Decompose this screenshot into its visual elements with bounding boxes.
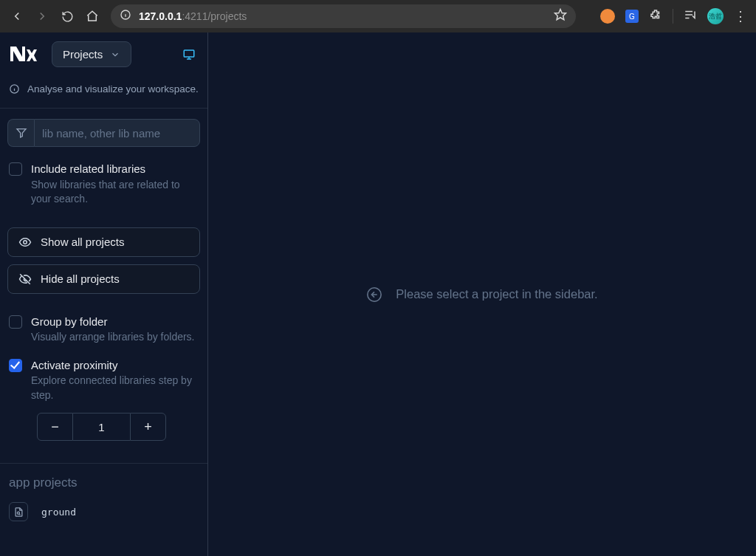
svg-point-15 [17,512,19,514]
option-group-by-folder[interactable]: Group by folder Visually arrange librari… [7,294,200,345]
checkbox-include-related[interactable] [9,162,22,176]
option-desc: Explore connected libraries step by step… [31,374,199,402]
chevron-down-icon [110,49,120,60]
project-name: ground [41,507,76,518]
browser-menu-icon[interactable]: ⋮ [734,8,747,24]
separator [673,9,673,24]
extensions-icon[interactable] [649,8,662,24]
site-info-icon[interactable] [120,9,131,24]
svg-line-16 [19,514,20,515]
sidebar-headline: Analyse and visualize your workspace. [0,78,207,109]
browser-chrome: 127.0.0.1:4211/projects G 浩哲 ⋮ [0,0,756,32]
display-mode-icon[interactable] [179,45,199,64]
sidebar-headline-text: Analyse and visualize your workspace. [27,83,199,95]
profile-avatar[interactable]: 浩哲 [707,8,724,24]
checkbox-group-by-folder[interactable] [9,315,22,329]
option-title: Activate proximity [31,358,199,373]
show-all-button[interactable]: Show all projects [7,227,200,257]
projects-selector[interactable]: Projects [52,41,131,67]
info-icon [9,83,20,95]
filter-row [7,119,200,147]
hide-all-label: Hide all projects [41,272,120,285]
eye-off-icon [18,272,32,286]
section-title-app-projects: app projects [7,464,200,499]
sidebar-header: Projects [0,32,207,78]
sidebar: Projects Analyse and visualize your work… [0,32,208,556]
home-icon[interactable] [86,10,99,23]
option-include-related[interactable]: Include related libraries Show libraries… [7,147,200,207]
bookmark-star-icon[interactable] [554,8,567,24]
filter-input[interactable] [34,119,200,147]
project-visibility-actions: Show all projects Hide all projects [7,227,200,294]
arrow-left-circle-icon [366,286,382,303]
forward-icon[interactable] [35,10,49,23]
browser-nav [6,10,103,23]
hide-all-button[interactable]: Hide all projects [7,264,200,294]
projects-selector-label: Projects [63,48,103,61]
show-all-label: Show all projects [41,236,124,248]
svg-marker-3 [555,10,566,20]
address-text: 127.0.0.1:4211/projects [139,10,546,22]
google-translate-icon[interactable]: G [625,10,639,23]
option-desc: Show libraries that are related to your … [31,178,199,207]
option-title: Include related libraries [31,162,199,176]
empty-state-text: Please select a project in the sidebar. [396,287,597,301]
address-bar[interactable]: 127.0.0.1:4211/projects [111,4,576,28]
app-root: Projects Analyse and visualize your work… [0,32,756,556]
proximity-stepper: − 1 + [37,413,166,441]
stepper-decrement[interactable]: − [37,413,73,441]
back-icon[interactable] [10,10,24,23]
empty-state: Please select a project in the sidebar. [366,286,597,303]
svg-marker-13 [17,129,26,137]
checkbox-activate-proximity[interactable] [9,359,22,372]
eye-icon [18,236,32,249]
filter-icon[interactable] [7,119,34,147]
option-title: Group by folder [31,315,195,329]
stepper-value: 1 [73,413,130,441]
option-activate-proximity[interactable]: Activate proximity Explore connected lib… [7,345,200,403]
project-row[interactable]: ground [7,499,200,524]
nx-logo [9,44,40,66]
svg-point-14 [24,240,27,244]
svg-rect-7 [184,50,194,57]
main-content: Please select a project in the sidebar. [208,32,756,556]
reload-icon[interactable] [61,10,74,23]
metamask-icon[interactable] [600,9,615,24]
browser-extensions: G 浩哲 ⋮ [600,8,750,24]
stepper-increment[interactable]: + [130,413,166,441]
option-desc: Visually arrange libraries by folders. [31,330,195,345]
sidebar-body: Include related libraries Show libraries… [0,109,207,556]
reading-list-icon[interactable] [684,8,697,24]
document-icon[interactable] [9,502,28,521]
